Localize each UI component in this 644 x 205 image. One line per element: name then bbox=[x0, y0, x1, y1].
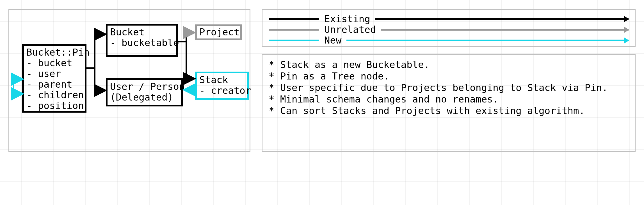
legend-label-existing: Existing bbox=[324, 13, 370, 24]
notes-list: Stack as a new Bucketable. Pin as a Tree… bbox=[269, 59, 629, 116]
legend-line-existing bbox=[269, 18, 319, 20]
note-item: Minimal schema changes and no renames. bbox=[269, 94, 629, 105]
legend-panel: Existing Unrelated New bbox=[262, 9, 636, 47]
legend-label-unrelated: Unrelated bbox=[324, 24, 376, 35]
legend-line-new bbox=[269, 40, 319, 41]
legend-line-unrelated bbox=[269, 29, 319, 31]
notes-panel: Stack as a new Bucketable. Pin as a Tree… bbox=[262, 54, 636, 152]
arrow-right-icon bbox=[375, 18, 629, 20]
note-item: Stack as a new Bucketable. bbox=[269, 59, 629, 70]
note-item: Pin as a Tree node. bbox=[269, 71, 629, 82]
legend-label-new: New bbox=[324, 35, 341, 46]
note-item: User specific due to Projects belonging … bbox=[269, 82, 629, 93]
arrow-right-icon bbox=[346, 40, 629, 41]
arrow-right-icon bbox=[381, 29, 629, 31]
legend-row-existing: Existing bbox=[269, 14, 629, 24]
legend-row-new: New bbox=[269, 35, 629, 46]
diagram-panel bbox=[8, 9, 250, 152]
note-item: Can sort Stacks and Projects with existi… bbox=[269, 105, 629, 116]
legend-row-unrelated: Unrelated bbox=[269, 24, 629, 35]
